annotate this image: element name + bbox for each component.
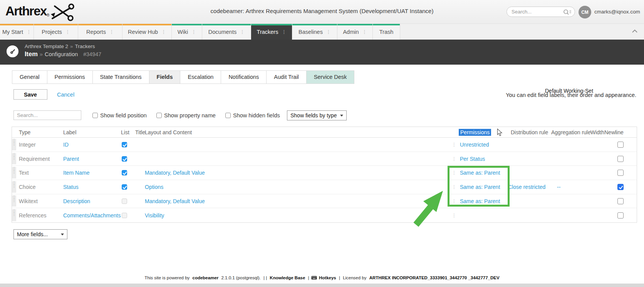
permission-menu-icon[interactable]: ⋮ [452,184,456,190]
newline-checkbox[interactable] [617,142,624,148]
nav-item-projects[interactable]: Projects ⋮ [34,24,78,40]
list-checkbox[interactable] [122,156,127,162]
permission-menu-icon[interactable]: ⋮ [452,170,456,175]
drag-handle-icon[interactable] [12,195,16,207]
cancel-link[interactable]: Cancel [57,92,74,98]
drag-handle-icon[interactable] [12,209,16,221]
nav-item-label: Wiki [178,29,188,35]
aggregation-rule-link[interactable]: -- [557,184,560,190]
tab-service-desk[interactable]: Service Desk [306,70,354,84]
show-fields-by-type-select[interactable]: Show fields by type [287,110,347,120]
newline-checkbox[interactable] [617,184,624,190]
nav-menu-dots-icon[interactable]: ⋮ [191,29,196,35]
tab-fields[interactable]: Fields [149,70,181,84]
drag-handle-icon[interactable] [12,153,16,165]
field-label-link[interactable]: Parent [63,156,79,162]
checkbox-show-hidden-fields[interactable] [225,113,231,118]
search-icon[interactable] [563,9,572,15]
nav-item-reports[interactable]: Reports ⋮ [78,24,122,40]
permission-menu-icon[interactable]: ⋮ [452,213,456,218]
nav-menu-dots-icon[interactable]: ⋮ [161,29,166,35]
tab-general[interactable]: General [12,70,47,84]
avatar[interactable]: CM [579,6,591,18]
tab-notifications[interactable]: Notifications [221,70,267,84]
nav-item-label: Baselines [299,29,323,35]
col-header-title: Title [135,129,145,135]
permission-link[interactable]: Same as: Parent [460,184,500,190]
permission-link[interactable]: Unrestricted [460,142,489,148]
nav-item-documents[interactable]: Documents ⋮ [202,24,251,40]
nav-menu-dots-icon[interactable]: ⋮ [109,29,114,35]
nav-item-admin[interactable]: Admin ⋮ [337,24,373,40]
list-checkbox[interactable] [122,213,127,218]
layout-content-link[interactable]: Visibility [145,212,164,219]
breadcrumb-separator: » [40,51,43,57]
tab-permissions[interactable]: Permissions [47,70,93,84]
nav-item-wiki[interactable]: Wiki ⋮ [172,24,202,40]
filter-checkbox-label: Show property name [164,112,216,118]
footer-version: 2.1.0.1 (postgresql). [221,275,260,280]
permission-link[interactable]: Per Status [460,156,485,162]
nav-menu-dots-icon[interactable]: ⋮ [240,29,245,35]
permission-menu-icon[interactable]: ⋮ [452,199,456,204]
checkbox-show-property-name[interactable] [156,113,162,118]
tab-escalation[interactable]: Escalation [180,70,221,84]
global-search-input[interactable] [512,8,562,16]
field-label-link[interactable]: Description [63,198,90,204]
tab-state-transitions[interactable]: State Transitions [92,70,149,84]
permission-menu-icon[interactable]: ⋮ [452,156,456,162]
newline-checkbox[interactable] [617,170,624,176]
layout-content-link[interactable]: Options [145,184,163,190]
list-checkbox[interactable] [122,199,127,204]
drag-handle-icon[interactable] [12,139,16,150]
field-label-link[interactable]: Item Name [63,170,89,176]
newline-checkbox[interactable] [617,212,624,219]
breadcrumb-project-link[interactable]: Arthrex Template 2 [25,43,68,49]
nav-item-trackers[interactable]: Trackers ⋮ [251,24,292,40]
field-label-link[interactable]: Status [63,184,79,190]
drag-handle-icon[interactable] [12,181,16,193]
more-fields-select[interactable]: More fields... [13,229,67,239]
field-label-link[interactable]: ID [63,142,69,148]
hotkeys-link[interactable]: Hotkeys [319,275,336,280]
collapse-menu-icon[interactable] [632,29,638,33]
nav-item-baselines[interactable]: Baselines ⋮ [292,24,337,40]
permission-menu-icon[interactable]: ⋮ [452,142,456,147]
permission-link[interactable]: Same as: Parent [460,198,500,204]
nav-item-trash[interactable]: Trash ⋮ [373,24,400,40]
drag-handle-icon[interactable] [12,167,16,179]
knowledge-base-link[interactable]: Knowledge Base [270,275,305,280]
col-header-distribution-rule: Distribution rule [511,129,548,135]
tracker-name[interactable]: Item [25,50,38,57]
nav-menu-dots-icon[interactable]: ⋮ [65,29,70,35]
layout-content-link[interactable]: Mandatory, Default Value [145,170,205,176]
list-checkbox[interactable] [122,184,127,190]
checkbox-show-field-position[interactable] [92,113,98,118]
save-button[interactable]: Save [13,89,47,100]
col-header-permissions[interactable]: Permissions [459,129,491,135]
list-checkbox[interactable] [122,170,127,175]
col-header-layout-and-content: Layout and Content [145,129,192,135]
distribution-rule-link[interactable]: Close restricted [508,184,545,190]
newline-checkbox[interactable] [617,156,624,162]
newline-checkbox[interactable] [617,198,624,204]
nav-menu-dots-icon[interactable]: ⋮ [362,29,367,35]
permission-link[interactable]: Same as: Parent [460,170,500,176]
tracker-config-icon[interactable] [7,45,18,57]
nav-item-review-hub[interactable]: Review Hub ⋮ [122,24,172,40]
nav-item-my-start[interactable]: My Start ⋮ [0,24,34,40]
user-email[interactable]: cmarks@iqnox.com [594,9,640,15]
chevron-down-icon [61,234,64,235]
field-label-link[interactable]: Comments/Attachments [63,212,121,219]
tab-audit-trail[interactable]: Audit Trail [266,70,306,84]
breadcrumb-trackers-link[interactable]: Trackers [75,43,95,49]
footer-product-link[interactable]: codebeamer [193,275,219,280]
field-type: Text [19,170,29,176]
list-checkbox[interactable] [122,142,127,147]
nav-menu-dots-icon[interactable]: ⋮ [326,29,331,35]
nav-menu-dots-icon[interactable]: ⋮ [282,29,286,35]
field-search-input[interactable] [13,110,81,120]
nav-item-label: Trackers [257,29,278,35]
layout-content-link[interactable]: Mandatory, Default Value [145,198,205,204]
nav-menu-dots-icon[interactable]: ⋮ [27,29,31,35]
